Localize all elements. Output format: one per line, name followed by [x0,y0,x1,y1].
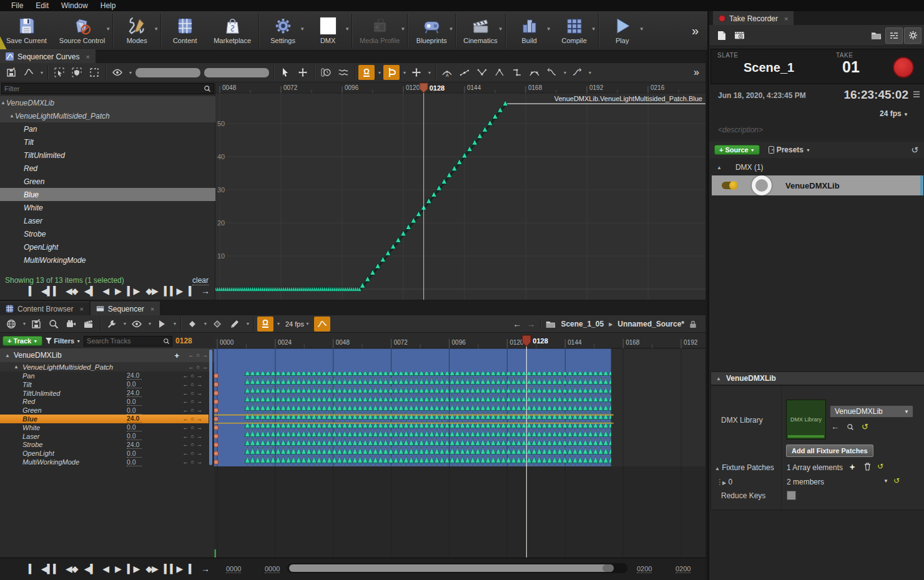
breadcrumb-sequence[interactable]: Scene_1_05 [561,320,604,328]
current-time-field[interactable]: 0128 [175,337,192,345]
keyframe-options-dropdown[interactable]: ▼ [202,317,208,332]
search-tracks-box[interactable] [84,336,172,347]
pre-infinity-dropdown[interactable]: ▼ [561,65,568,80]
collapse-triangle-icon[interactable]: ▲ [0,100,6,106]
keyframe-strip[interactable] [244,415,611,423]
tangent-linear-button[interactable] [491,65,508,80]
track-row-root[interactable]: ▲ VenueDMXLib + ←○→ [0,348,214,362]
step-back-button[interactable]: ◀▍ [84,286,97,296]
collapse-triangle-icon[interactable]: ▲ [5,353,10,358]
source-control-button[interactable]: Source Control▼ [53,11,111,50]
play-reverse-button[interactable]: ◀ [102,564,109,574]
curve-tree-item-red[interactable]: Red [0,162,215,175]
curve-tree-item-green[interactable]: Green [0,175,215,188]
play-forward-button[interactable]: ▶ [115,286,121,296]
curve-tree-item-strobe[interactable]: Strobe [0,227,215,240]
visibility-options-dropdown[interactable]: ▼ [127,65,133,80]
channel-value-field[interactable]: 24.0 [127,441,142,449]
channel-value-field[interactable]: 24.0 [127,389,142,397]
time-options-button[interactable] [318,65,334,80]
set-playback-start-button[interactable]: ▍ [29,564,35,574]
toolbar-overflow-chevron[interactable]: » [692,24,699,38]
collapse-triangle-icon[interactable]: ▲ [717,165,722,170]
sequence-settings-button[interactable] [885,27,903,44]
channel-row-strobe[interactable]: Strobe24.0←○→ [0,441,209,450]
channel-row-white[interactable]: White0.0←○→ [0,423,209,432]
previous-key-button[interactable]: ◀◆ [66,286,78,296]
value-slider-a[interactable] [135,68,200,77]
dmx-button[interactable]: DMX▼ [305,11,350,50]
playback-mode-button[interactable]: → [201,564,209,574]
chevron-down-icon[interactable]: ▼ [591,26,596,32]
working-range-end-field[interactable]: 0200 [676,565,691,573]
content-button[interactable]: Content [162,11,207,50]
curve-options-button[interactable] [21,65,37,80]
tab-sequencer[interactable]: Sequencer × [91,302,160,315]
tangent-constant-button[interactable] [509,65,525,80]
snap-value-button[interactable] [383,65,400,80]
fps-dropdown[interactable]: 24 fps ▼ [880,109,908,118]
reset-to-default-icon[interactable]: ↺ [862,422,868,431]
horizontal-scrollbar[interactable] [287,563,627,573]
edit-options-button[interactable] [227,317,243,332]
chevron-down-icon[interactable]: ▼ [106,26,111,32]
keyframe-strip[interactable] [244,441,611,448]
marquee-select-button[interactable] [86,65,102,80]
keyframe-strip[interactable] [244,381,611,388]
keyframe-strip[interactable] [244,406,611,414]
curve-tree-item-tilt[interactable]: Tilt [0,135,215,149]
collapse-triangle-icon[interactable]: ▲ [14,364,19,370]
channel-row-tilt[interactable]: Tilt0.0←○→ [0,380,209,389]
jump-to-front-button[interactable]: ◀▍▍ [41,286,59,296]
curve-tree-item-white[interactable]: White [0,201,215,214]
source-group-row[interactable]: ▲ DMX (1) [709,160,924,174]
axis-lock-dropdown[interactable]: ▼ [426,65,432,80]
set-playback-end-button[interactable]: ▍ [189,564,195,574]
key-navigation[interactable]: ←○→ [183,459,202,465]
step-back-button[interactable]: ◀▍ [84,564,97,574]
curve-tree-item-laser[interactable]: Laser [0,214,215,227]
keyframe-strip[interactable] [244,433,611,440]
channel-value-field[interactable]: 0.0 [127,398,142,406]
blueprints-button[interactable]: Blueprints▼ [409,11,454,50]
add-all-fixture-patches-button[interactable]: Add all Fixture Patches [786,445,873,457]
keyframe-strip[interactable] [244,424,611,431]
source-item-venuedmxlib[interactable]: VenueDMXLib [712,175,923,195]
revert-changes-icon[interactable]: ↺ [911,145,918,155]
value-slider-b[interactable] [204,68,269,77]
view-options-dropdown[interactable]: ▼ [146,317,152,332]
tangent-auto-button[interactable]: A [439,65,455,80]
channel-value-field[interactable]: 0.0 [127,423,142,431]
set-playback-end-button[interactable]: ▍ [189,286,195,296]
keyframe-strip[interactable] [244,450,611,457]
playback-mode-button[interactable]: → [201,286,209,296]
tangent-user-button[interactable] [456,65,473,80]
save-current-button[interactable]: Save Current [0,11,53,50]
channel-row-openlight[interactable]: OpenLight0.0←○→ [0,449,209,458]
scrollbar-grip[interactable] [602,564,614,572]
pointer-tool-button[interactable] [277,65,293,80]
snap-time-dropdown[interactable]: ▼ [376,65,382,80]
source-enabled-toggle[interactable] [722,182,738,189]
visibility-options-button[interactable] [109,65,125,80]
fixture-patches-row-label[interactable]: ▲ Fixture Patches [715,463,774,472]
curve-filter-box[interactable] [1,83,214,94]
tab-content-browser[interactable]: Content Browser × [0,302,89,315]
curve-graph[interactable]: 5040302010004800720096012001440168019202… [215,82,705,300]
set-playback-start-button[interactable]: ▍ [29,286,35,296]
play-button[interactable]: Play▼ [600,11,645,50]
channel-row-blue[interactable]: Blue24.0←○→ [0,415,209,423]
normalize-view-button[interactable] [335,65,351,80]
view-range-start-field[interactable]: 0000 [265,565,280,573]
playback-options-dropdown[interactable]: ▼ [171,317,177,332]
curve-tree-item-tiltunlimited[interactable]: TiltUnlimited [0,149,215,162]
step-forward-button[interactable]: ▍▶ [127,564,140,574]
tab-take-recorder[interactable]: Take Recorder × [713,11,794,25]
chevron-down-icon[interactable]: ▼ [300,26,305,32]
menu-edit[interactable]: Edit [29,1,55,10]
select-segments-button[interactable] [69,65,85,80]
jump-to-front-button[interactable]: ◀▍▍ [41,564,59,574]
curve-filter-input[interactable] [2,85,204,92]
playback-options-button[interactable] [154,317,170,332]
channel-row-tiltunlimited[interactable]: TiltUnlimited24.0←○→ [0,389,209,398]
